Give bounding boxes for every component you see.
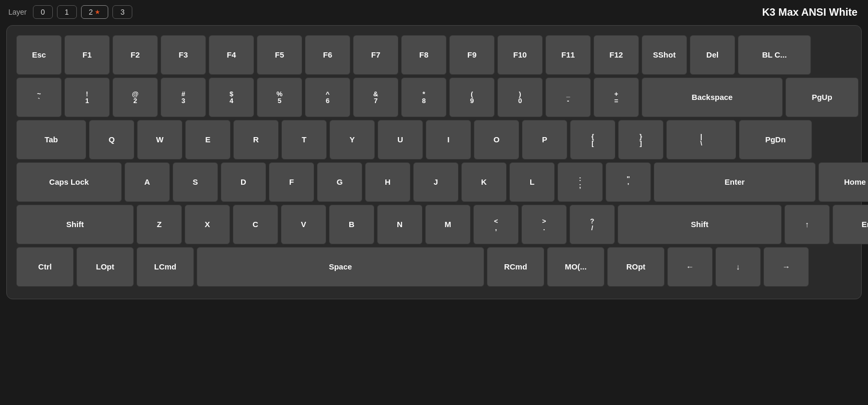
key-f1[interactable]: F1 bbox=[64, 35, 110, 75]
star-icon: ★ bbox=[95, 8, 100, 16]
key-w[interactable]: W bbox=[137, 120, 182, 160]
key-up[interactable]: ↑ bbox=[784, 205, 830, 244]
key-space[interactable]: Space bbox=[197, 247, 484, 287]
keyboard-title: K3 Max ANSI White bbox=[762, 6, 858, 18]
key-lshift[interactable]: Shift bbox=[16, 205, 134, 244]
key-s[interactable]: S bbox=[173, 162, 218, 202]
layer-btn-0[interactable]: 0 bbox=[33, 5, 53, 19]
key-m[interactable]: M bbox=[425, 205, 471, 244]
key-a[interactable]: A bbox=[124, 162, 170, 202]
key-f3[interactable]: F3 bbox=[161, 35, 206, 75]
key-h[interactable]: H bbox=[365, 162, 410, 202]
kb-row-num: ~` !1 @2 #3 $4 %5 ^6 &7 *8 (9 )0 _- += B… bbox=[16, 77, 852, 117]
key-q[interactable]: Q bbox=[89, 120, 134, 160]
key-n[interactable]: N bbox=[377, 205, 422, 244]
key-slash[interactable]: ?/ bbox=[569, 205, 615, 244]
header: Layer 0 1 2 ★ 3 K3 Max ANSI White bbox=[0, 0, 868, 23]
key-tab[interactable]: Tab bbox=[16, 120, 86, 160]
key-5[interactable]: %5 bbox=[257, 77, 302, 117]
key-c[interactable]: C bbox=[233, 205, 278, 244]
key-pgdn[interactable]: PgDn bbox=[739, 120, 812, 160]
key-f5[interactable]: F5 bbox=[257, 35, 302, 75]
kb-row-asdf: Caps Lock A S D F G H J K L :; "' Enter … bbox=[16, 162, 852, 202]
layer-btn-1[interactable]: 1 bbox=[57, 5, 77, 19]
layer-section: Layer 0 1 2 ★ 3 bbox=[8, 5, 132, 19]
key-v[interactable]: V bbox=[281, 205, 326, 244]
key-semicolon[interactable]: :; bbox=[557, 162, 603, 202]
key-i[interactable]: I bbox=[426, 120, 471, 160]
key-comma[interactable]: <, bbox=[473, 205, 519, 244]
key-6[interactable]: ^6 bbox=[305, 77, 350, 117]
keyboard-container: Esc F1 F2 F3 F4 F5 F6 F7 F8 F9 F10 F11 F… bbox=[6, 25, 862, 299]
key-minus[interactable]: _- bbox=[545, 77, 591, 117]
key-f7[interactable]: F7 bbox=[353, 35, 398, 75]
key-ropt[interactable]: ROpt bbox=[607, 247, 665, 287]
key-e[interactable]: E bbox=[185, 120, 231, 160]
key-f4[interactable]: F4 bbox=[209, 35, 254, 75]
key-f10[interactable]: F10 bbox=[497, 35, 543, 75]
key-9[interactable]: (9 bbox=[449, 77, 495, 117]
key-z[interactable]: Z bbox=[136, 205, 182, 244]
key-t[interactable]: T bbox=[281, 120, 327, 160]
kb-row-shift: Shift Z X C V B N M <, >. ?/ Shift ↑ End bbox=[16, 205, 852, 244]
key-rbracket[interactable]: }] bbox=[618, 120, 664, 160]
key-backtick[interactable]: ~` bbox=[16, 77, 62, 117]
key-f9[interactable]: F9 bbox=[449, 35, 495, 75]
key-right[interactable]: → bbox=[763, 247, 809, 287]
key-f11[interactable]: F11 bbox=[545, 35, 591, 75]
key-d[interactable]: D bbox=[221, 162, 266, 202]
key-left[interactable]: ← bbox=[667, 247, 713, 287]
key-ctrl[interactable]: Ctrl bbox=[16, 247, 74, 287]
key-4[interactable]: $4 bbox=[209, 77, 254, 117]
key-sshot[interactable]: SShot bbox=[642, 35, 687, 75]
key-lopt[interactable]: LOpt bbox=[76, 247, 134, 287]
key-bl[interactable]: BL C... bbox=[738, 35, 811, 75]
key-g[interactable]: G bbox=[317, 162, 362, 202]
layer-btn-2[interactable]: 2 ★ bbox=[81, 5, 109, 19]
key-7[interactable]: &7 bbox=[353, 77, 398, 117]
key-l[interactable]: L bbox=[509, 162, 555, 202]
key-backslash[interactable]: |\ bbox=[666, 120, 736, 160]
key-capslock[interactable]: Caps Lock bbox=[16, 162, 122, 202]
key-k[interactable]: K bbox=[461, 162, 507, 202]
key-enter[interactable]: Enter bbox=[654, 162, 816, 202]
layer-label: Layer bbox=[8, 8, 27, 16]
key-rcmd[interactable]: RCmd bbox=[487, 247, 544, 287]
key-3[interactable]: #3 bbox=[161, 77, 206, 117]
key-down[interactable]: ↓ bbox=[715, 247, 761, 287]
key-lbracket[interactable]: {[ bbox=[570, 120, 615, 160]
kb-row-qwerty: Tab Q W E R T Y U I O P {[ }] |\ PgDn bbox=[16, 120, 852, 160]
key-j[interactable]: J bbox=[413, 162, 459, 202]
key-f2[interactable]: F2 bbox=[112, 35, 158, 75]
key-period[interactable]: >. bbox=[521, 205, 567, 244]
key-backspace[interactable]: Backspace bbox=[642, 77, 783, 117]
key-del[interactable]: Del bbox=[690, 35, 735, 75]
key-esc[interactable]: Esc bbox=[16, 35, 62, 75]
key-equal[interactable]: += bbox=[593, 77, 639, 117]
key-quote[interactable]: "' bbox=[606, 162, 651, 202]
key-2[interactable]: @2 bbox=[112, 77, 158, 117]
key-pgup[interactable]: PgUp bbox=[785, 77, 859, 117]
key-x[interactable]: X bbox=[185, 205, 230, 244]
key-f[interactable]: F bbox=[269, 162, 314, 202]
kb-row-fn: Esc F1 F2 F3 F4 F5 F6 F7 F8 F9 F10 F11 F… bbox=[16, 35, 852, 75]
key-y[interactable]: Y bbox=[329, 120, 375, 160]
key-u[interactable]: U bbox=[378, 120, 423, 160]
kb-row-bottom: Ctrl LOpt LCmd Space RCmd MO(... ROpt ← … bbox=[16, 247, 852, 287]
key-o[interactable]: O bbox=[474, 120, 519, 160]
key-rshift[interactable]: Shift bbox=[618, 205, 782, 244]
key-1[interactable]: !1 bbox=[64, 77, 110, 117]
key-f12[interactable]: F12 bbox=[593, 35, 639, 75]
key-0[interactable]: )0 bbox=[497, 77, 543, 117]
key-r[interactable]: R bbox=[233, 120, 279, 160]
key-b[interactable]: B bbox=[329, 205, 374, 244]
key-8[interactable]: *8 bbox=[401, 77, 447, 117]
key-lcmd[interactable]: LCmd bbox=[136, 247, 194, 287]
key-f6[interactable]: F6 bbox=[305, 35, 350, 75]
key-end[interactable]: End bbox=[832, 205, 868, 244]
key-mo[interactable]: MO(... bbox=[547, 247, 604, 287]
layer-btn-3[interactable]: 3 bbox=[112, 5, 132, 19]
key-f8[interactable]: F8 bbox=[401, 35, 447, 75]
key-home[interactable]: Home bbox=[818, 162, 868, 202]
key-p[interactable]: P bbox=[522, 120, 567, 160]
